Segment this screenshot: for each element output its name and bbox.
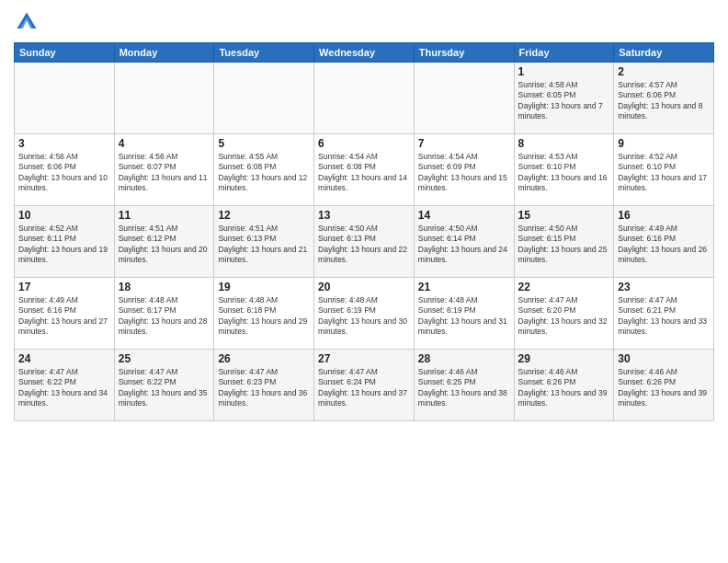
day-number: 16 bbox=[618, 209, 710, 222]
weekday-header-tuesday: Tuesday bbox=[214, 43, 314, 63]
day-cell: 25Sunrise: 4:47 AM Sunset: 6:22 PM Dayli… bbox=[114, 350, 214, 421]
day-cell: 2Sunrise: 4:57 AM Sunset: 6:06 PM Daylig… bbox=[614, 63, 714, 134]
day-number: 10 bbox=[18, 209, 110, 222]
day-info: Sunrise: 4:47 AM Sunset: 6:20 PM Dayligh… bbox=[518, 295, 610, 338]
day-number: 25 bbox=[119, 352, 210, 365]
day-number: 17 bbox=[18, 281, 110, 293]
day-cell: 15Sunrise: 4:50 AM Sunset: 6:15 PM Dayli… bbox=[514, 206, 614, 278]
day-number: 12 bbox=[218, 209, 310, 222]
day-number: 27 bbox=[318, 352, 410, 365]
day-info: Sunrise: 4:46 AM Sunset: 6:26 PM Dayligh… bbox=[618, 367, 710, 409]
weekday-header-friday: Friday bbox=[514, 43, 614, 63]
day-number: 9 bbox=[618, 137, 710, 150]
day-info: Sunrise: 4:48 AM Sunset: 6:18 PM Dayligh… bbox=[218, 295, 310, 338]
week-row-1: 1Sunrise: 4:58 AM Sunset: 6:05 PM Daylig… bbox=[15, 63, 714, 134]
day-cell: 22Sunrise: 4:47 AM Sunset: 6:20 PM Dayli… bbox=[514, 278, 614, 350]
day-number: 29 bbox=[518, 352, 610, 365]
day-cell: 1Sunrise: 4:58 AM Sunset: 6:05 PM Daylig… bbox=[514, 63, 614, 134]
day-number: 2 bbox=[618, 65, 710, 78]
day-number: 13 bbox=[318, 209, 410, 222]
day-info: Sunrise: 4:52 AM Sunset: 6:10 PM Dayligh… bbox=[618, 152, 710, 194]
day-cell: 23Sunrise: 4:47 AM Sunset: 6:21 PM Dayli… bbox=[614, 278, 714, 350]
weekday-header-wednesday: Wednesday bbox=[314, 43, 415, 63]
header bbox=[14, 9, 714, 35]
day-cell: 10Sunrise: 4:52 AM Sunset: 6:11 PM Dayli… bbox=[15, 206, 115, 278]
logo bbox=[14, 9, 43, 35]
day-cell: 7Sunrise: 4:54 AM Sunset: 6:09 PM Daylig… bbox=[414, 134, 514, 206]
day-info: Sunrise: 4:57 AM Sunset: 6:06 PM Dayligh… bbox=[618, 80, 710, 122]
day-cell: 3Sunrise: 4:56 AM Sunset: 6:06 PM Daylig… bbox=[15, 134, 115, 206]
day-number: 26 bbox=[218, 352, 310, 365]
day-cell: 5Sunrise: 4:55 AM Sunset: 6:08 PM Daylig… bbox=[214, 134, 314, 206]
day-cell: 4Sunrise: 4:56 AM Sunset: 6:07 PM Daylig… bbox=[114, 134, 214, 206]
day-cell: 29Sunrise: 4:46 AM Sunset: 6:26 PM Dayli… bbox=[514, 350, 614, 421]
day-info: Sunrise: 4:46 AM Sunset: 6:26 PM Dayligh… bbox=[518, 367, 610, 409]
day-number: 8 bbox=[518, 137, 610, 150]
day-cell bbox=[314, 63, 415, 134]
day-cell bbox=[214, 63, 314, 134]
week-row-5: 24Sunrise: 4:47 AM Sunset: 6:22 PM Dayli… bbox=[15, 350, 714, 421]
day-info: Sunrise: 4:53 AM Sunset: 6:10 PM Dayligh… bbox=[518, 152, 610, 194]
weekday-header-saturday: Saturday bbox=[614, 43, 714, 63]
day-number: 14 bbox=[418, 209, 510, 222]
weekday-header-thursday: Thursday bbox=[414, 43, 514, 63]
day-info: Sunrise: 4:48 AM Sunset: 6:17 PM Dayligh… bbox=[119, 295, 210, 338]
day-info: Sunrise: 4:50 AM Sunset: 6:14 PM Dayligh… bbox=[418, 224, 510, 266]
day-info: Sunrise: 4:51 AM Sunset: 6:13 PM Dayligh… bbox=[218, 224, 310, 266]
week-row-2: 3Sunrise: 4:56 AM Sunset: 6:06 PM Daylig… bbox=[15, 134, 714, 206]
day-number: 3 bbox=[18, 137, 110, 150]
day-cell: 8Sunrise: 4:53 AM Sunset: 6:10 PM Daylig… bbox=[514, 134, 614, 206]
day-cell bbox=[414, 63, 514, 134]
logo-icon bbox=[14, 9, 40, 35]
day-number: 7 bbox=[418, 137, 510, 150]
day-cell: 30Sunrise: 4:46 AM Sunset: 6:26 PM Dayli… bbox=[614, 350, 714, 421]
day-cell: 14Sunrise: 4:50 AM Sunset: 6:14 PM Dayli… bbox=[414, 206, 514, 278]
day-number: 6 bbox=[318, 137, 410, 150]
page: SundayMondayTuesdayWednesdayThursdayFrid… bbox=[0, 0, 728, 563]
day-cell: 18Sunrise: 4:48 AM Sunset: 6:17 PM Dayli… bbox=[114, 278, 214, 350]
day-cell: 28Sunrise: 4:46 AM Sunset: 6:25 PM Dayli… bbox=[414, 350, 514, 421]
day-info: Sunrise: 4:48 AM Sunset: 6:19 PM Dayligh… bbox=[318, 295, 410, 338]
day-info: Sunrise: 4:52 AM Sunset: 6:11 PM Dayligh… bbox=[18, 224, 110, 266]
day-info: Sunrise: 4:47 AM Sunset: 6:24 PM Dayligh… bbox=[318, 367, 410, 409]
day-cell: 20Sunrise: 4:48 AM Sunset: 6:19 PM Dayli… bbox=[314, 278, 415, 350]
day-cell: 26Sunrise: 4:47 AM Sunset: 6:23 PM Dayli… bbox=[214, 350, 314, 421]
day-number: 11 bbox=[119, 209, 210, 222]
day-info: Sunrise: 4:56 AM Sunset: 6:06 PM Dayligh… bbox=[18, 152, 110, 194]
day-cell: 19Sunrise: 4:48 AM Sunset: 6:18 PM Dayli… bbox=[214, 278, 314, 350]
day-info: Sunrise: 4:46 AM Sunset: 6:25 PM Dayligh… bbox=[418, 367, 510, 409]
day-info: Sunrise: 4:47 AM Sunset: 6:22 PM Dayligh… bbox=[119, 367, 210, 409]
day-info: Sunrise: 4:49 AM Sunset: 6:16 PM Dayligh… bbox=[618, 224, 710, 266]
day-info: Sunrise: 4:56 AM Sunset: 6:07 PM Dayligh… bbox=[119, 152, 210, 194]
day-number: 30 bbox=[618, 352, 710, 365]
day-cell: 12Sunrise: 4:51 AM Sunset: 6:13 PM Dayli… bbox=[214, 206, 314, 278]
weekday-header-sunday: Sunday bbox=[15, 43, 115, 63]
day-number: 5 bbox=[218, 137, 310, 150]
day-info: Sunrise: 4:47 AM Sunset: 6:23 PM Dayligh… bbox=[218, 367, 310, 409]
day-info: Sunrise: 4:51 AM Sunset: 6:12 PM Dayligh… bbox=[119, 224, 210, 266]
day-cell bbox=[15, 63, 115, 134]
day-cell: 16Sunrise: 4:49 AM Sunset: 6:16 PM Dayli… bbox=[614, 206, 714, 278]
day-cell: 17Sunrise: 4:49 AM Sunset: 6:16 PM Dayli… bbox=[15, 278, 115, 350]
day-cell: 24Sunrise: 4:47 AM Sunset: 6:22 PM Dayli… bbox=[15, 350, 115, 421]
day-info: Sunrise: 4:55 AM Sunset: 6:08 PM Dayligh… bbox=[218, 152, 310, 194]
day-number: 21 bbox=[418, 281, 510, 293]
day-cell: 13Sunrise: 4:50 AM Sunset: 6:13 PM Dayli… bbox=[314, 206, 415, 278]
day-cell: 9Sunrise: 4:52 AM Sunset: 6:10 PM Daylig… bbox=[614, 134, 714, 206]
day-cell: 11Sunrise: 4:51 AM Sunset: 6:12 PM Dayli… bbox=[114, 206, 214, 278]
week-row-4: 17Sunrise: 4:49 AM Sunset: 6:16 PM Dayli… bbox=[15, 278, 714, 350]
day-cell: 21Sunrise: 4:48 AM Sunset: 6:19 PM Dayli… bbox=[414, 278, 514, 350]
day-info: Sunrise: 4:50 AM Sunset: 6:13 PM Dayligh… bbox=[318, 224, 410, 266]
day-number: 24 bbox=[18, 352, 110, 365]
calendar: SundayMondayTuesdayWednesdayThursdayFrid… bbox=[14, 42, 714, 421]
day-info: Sunrise: 4:48 AM Sunset: 6:19 PM Dayligh… bbox=[418, 295, 510, 338]
weekday-header-row: SundayMondayTuesdayWednesdayThursdayFrid… bbox=[15, 43, 714, 63]
day-number: 22 bbox=[518, 281, 610, 293]
day-info: Sunrise: 4:47 AM Sunset: 6:21 PM Dayligh… bbox=[618, 295, 710, 338]
day-info: Sunrise: 4:54 AM Sunset: 6:09 PM Dayligh… bbox=[418, 152, 510, 194]
day-number: 18 bbox=[119, 281, 210, 293]
day-cell: 27Sunrise: 4:47 AM Sunset: 6:24 PM Dayli… bbox=[314, 350, 415, 421]
day-number: 1 bbox=[518, 65, 610, 78]
day-number: 4 bbox=[119, 137, 210, 150]
day-number: 20 bbox=[318, 281, 410, 293]
